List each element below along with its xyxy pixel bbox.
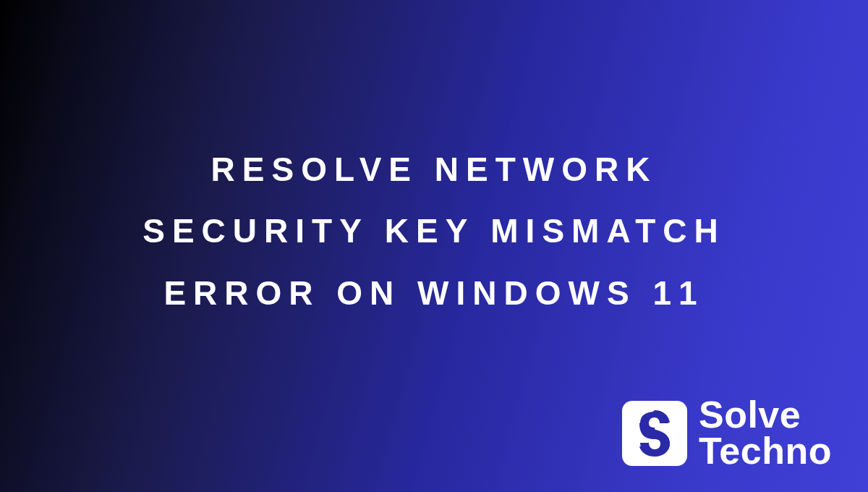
brand-name-line1: Solve [699, 397, 832, 433]
brand-logo-block: Solve Techno [622, 397, 832, 469]
promo-banner: RESOLVE NETWORK SECURITY KEY MISMATCH ER… [0, 0, 868, 492]
brand-name-line2: Techno [699, 433, 832, 469]
headline-text: RESOLVE NETWORK SECURITY KEY MISMATCH ER… [109, 139, 760, 323]
brand-name: Solve Techno [699, 397, 832, 469]
brand-logo-mark [622, 401, 687, 466]
s-glyph-icon [632, 407, 677, 459]
